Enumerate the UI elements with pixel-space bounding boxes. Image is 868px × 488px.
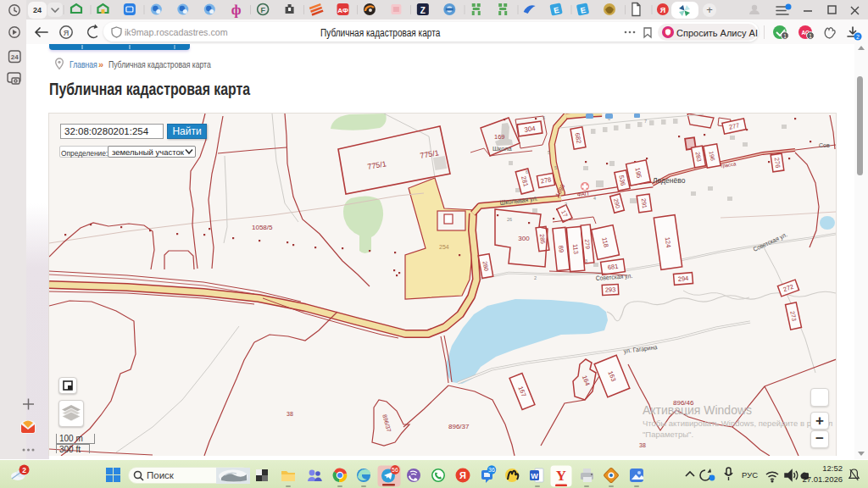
- svg-text:2: 2: [22, 466, 26, 474]
- svg-text:6: 6: [526, 169, 528, 175]
- svg-text:ФАП: ФАП: [576, 191, 589, 197]
- svg-text:10: 10: [517, 199, 522, 204]
- svg-text:АФ: АФ: [337, 7, 348, 14]
- svg-text:5: 5: [554, 165, 557, 170]
- svg-text:Сов: Сов: [819, 142, 830, 148]
- svg-text:Я: Я: [660, 6, 665, 14]
- svg-text:254: 254: [439, 244, 449, 250]
- svg-text:F: F: [260, 6, 265, 14]
- svg-text:7: 7: [644, 119, 647, 124]
- svg-text:24: 24: [11, 53, 19, 61]
- svg-text:Z: Z: [420, 6, 426, 15]
- svg-text:Активация Windows: Активация Windows: [643, 403, 752, 417]
- svg-text:Я: Я: [459, 470, 466, 480]
- svg-text:W: W: [531, 472, 538, 480]
- svg-text:Я: Я: [64, 29, 70, 37]
- svg-text:1058/5: 1058/5: [252, 224, 273, 231]
- svg-text:293: 293: [605, 286, 616, 294]
- svg-text:Чтобы активировать Windows, пе: Чтобы активировать Windows, перейдите в …: [643, 419, 832, 428]
- svg-text:279: 279: [584, 239, 591, 249]
- svg-text:2: 2: [565, 202, 567, 207]
- svg-text:1: 1: [783, 33, 787, 39]
- svg-text:113: 113: [571, 244, 580, 255]
- svg-text:56: 56: [392, 467, 398, 473]
- svg-text:Леденёво: Леденёво: [653, 176, 686, 185]
- svg-text:294: 294: [677, 274, 688, 283]
- svg-text:5: 5: [542, 115, 545, 120]
- svg-text:4: 4: [593, 196, 596, 201]
- svg-text:36: 36: [488, 467, 495, 473]
- svg-text:1: 1: [809, 33, 812, 39]
- svg-text:ф: ф: [231, 2, 242, 18]
- svg-text:3: 3: [585, 258, 587, 263]
- svg-text:896/37: 896/37: [448, 423, 470, 430]
- svg-text:38: 38: [639, 442, 646, 448]
- svg-text:300: 300: [518, 235, 530, 242]
- svg-text:681: 681: [607, 263, 619, 272]
- svg-text:Y: Y: [556, 468, 566, 484]
- svg-text:304: 304: [524, 125, 537, 134]
- svg-text:169: 169: [494, 133, 505, 141]
- svg-text:89: 89: [557, 245, 565, 252]
- svg-text:26: 26: [507, 217, 512, 222]
- svg-text:"Параметры".: "Параметры".: [643, 430, 693, 439]
- svg-text:5: 5: [548, 150, 550, 155]
- svg-text:38: 38: [287, 411, 293, 417]
- svg-text:124: 124: [664, 236, 673, 248]
- svg-text:2: 2: [534, 275, 537, 280]
- svg-text:276: 276: [773, 157, 782, 169]
- svg-text:Школа: Школа: [492, 145, 513, 152]
- svg-text:2: 2: [856, 34, 860, 40]
